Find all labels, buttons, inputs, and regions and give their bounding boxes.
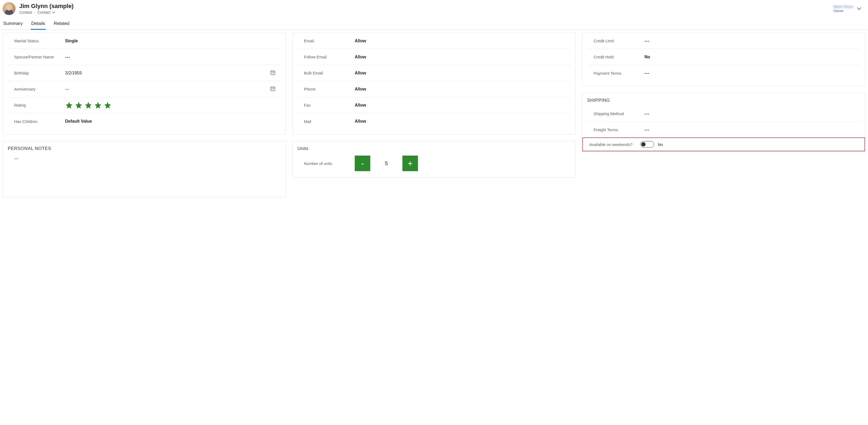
units-value[interactable]: 5 <box>370 160 402 166</box>
units-decrement-button[interactable]: - <box>355 156 370 171</box>
weekends-toggle-label: No <box>658 142 663 147</box>
shipping-card: SHIPPING Shipping Method --- Freight Ter… <box>582 93 865 152</box>
tab-summary[interactable]: Summary <box>3 18 23 29</box>
label-birthday: Birthday <box>14 71 65 75</box>
personal-notes-value[interactable]: --- <box>8 154 281 163</box>
value-email: Allow <box>355 38 565 43</box>
form-selector[interactable]: Contact <box>37 10 55 14</box>
field-has-children[interactable]: Has Children Default Value <box>8 113 281 129</box>
label-has-children: Has Children <box>14 119 65 124</box>
form-selector-label: Contact <box>37 10 50 14</box>
label-mail: Mail <box>304 119 355 124</box>
value-spouse: --- <box>65 55 276 59</box>
label-credit-hold: Credit Hold <box>594 55 645 59</box>
star-icon[interactable] <box>84 101 92 109</box>
owner-label: Owner <box>834 9 853 13</box>
personal-card: Marital Status Single Spouse/Partner Nam… <box>3 33 286 134</box>
field-credit-limit[interactable]: Credit Limit --- <box>587 33 860 49</box>
weekends-toggle[interactable] <box>640 141 654 148</box>
label-freight-terms: Freight Terms <box>594 127 645 132</box>
label-rating: Rating <box>14 103 65 108</box>
label-anniversary: Anniversary <box>14 87 65 91</box>
owner-block[interactable]: Mark Rout Owner <box>834 4 853 13</box>
field-email[interactable]: Email Allow <box>298 33 570 49</box>
tab-details[interactable]: Details <box>31 18 46 29</box>
label-available-weekends: Available on weekends? <box>589 142 640 147</box>
value-anniversary: --- <box>65 87 268 92</box>
label-credit-limit: Credit Limit <box>594 38 645 43</box>
value-freight-terms: --- <box>645 127 855 132</box>
field-rating[interactable]: Rating <box>8 97 281 113</box>
value-phone: Allow <box>355 87 565 92</box>
calendar-icon[interactable] <box>270 70 276 76</box>
tabs: Summary Details Related <box>0 17 868 30</box>
field-follow-email[interactable]: Follow Email Allow <box>298 49 570 65</box>
separator-dot: · <box>34 10 35 14</box>
header-expand-button[interactable] <box>856 6 862 11</box>
units-label: Number of units <box>304 161 355 166</box>
units-row: Number of units - 5 + <box>298 154 570 173</box>
units-title: Units <box>298 141 570 154</box>
value-payment-terms: --- <box>645 71 855 75</box>
field-anniversary[interactable]: Anniversary --- <box>8 81 281 97</box>
star-icon[interactable] <box>94 101 102 109</box>
field-fax[interactable]: Fax Allow <box>298 97 570 113</box>
value-marital-status: Single <box>65 38 276 43</box>
record-header: Jim Glynn (sample) Contact · Contact Mar… <box>0 0 868 17</box>
label-email: Email <box>304 38 355 43</box>
title-block: Jim Glynn (sample) Contact · Contact <box>19 3 74 14</box>
calendar-icon[interactable] <box>270 86 276 92</box>
field-spouse[interactable]: Spouse/Partner Name --- <box>8 49 281 65</box>
value-fax: Allow <box>355 103 565 108</box>
field-marital-status[interactable]: Marital Status Single <box>8 33 281 49</box>
personal-notes-title: PERSONAL NOTES <box>8 141 281 154</box>
column-1: Marital Status Single Spouse/Partner Nam… <box>3 33 286 197</box>
value-has-children: Default Value <box>65 119 276 124</box>
contact-avatar[interactable] <box>3 2 16 15</box>
communication-card: Email Allow Follow Email Allow Bulk Emai… <box>292 33 576 134</box>
highlighted-region: Available on weekends? No <box>582 138 865 151</box>
label-shipping-method: Shipping Method <box>594 112 645 116</box>
record-subtitle: Contact · Contact <box>19 10 74 14</box>
field-shipping-method[interactable]: Shipping Method --- <box>587 106 860 122</box>
field-payment-terms[interactable]: Payment Terms --- <box>587 65 860 81</box>
label-marital-status: Marital Status <box>14 38 65 43</box>
field-phone[interactable]: Phone Allow <box>298 81 570 97</box>
units-increment-button[interactable]: + <box>402 156 418 171</box>
label-bulk-email: Bulk Email <box>304 71 355 75</box>
field-birthday[interactable]: Birthday 3/2/1959 <box>8 65 281 81</box>
owner-name: Mark Rout <box>834 4 853 9</box>
value-follow-email: Allow <box>355 55 565 59</box>
record-title: Jim Glynn (sample) <box>19 3 74 10</box>
header-right: Mark Rout Owner <box>834 4 865 13</box>
value-bulk-email: Allow <box>355 71 565 75</box>
column-2: Email Allow Follow Email Allow Bulk Emai… <box>292 33 576 197</box>
field-available-weekends[interactable]: Available on weekends? No <box>583 138 865 151</box>
value-credit-limit: --- <box>645 38 855 43</box>
billing-card: Credit Limit --- Credit Hold No Payment … <box>582 33 865 86</box>
label-phone: Phone <box>304 87 355 91</box>
column-3: Credit Limit --- Credit Hold No Payment … <box>582 33 865 197</box>
star-icon[interactable] <box>103 101 112 109</box>
value-birthday: 3/2/1959 <box>65 71 268 75</box>
label-spouse: Spouse/Partner Name <box>14 55 65 59</box>
header-left: Jim Glynn (sample) Contact · Contact <box>3 2 74 15</box>
field-freight-terms[interactable]: Freight Terms --- <box>587 122 860 138</box>
personal-notes-card: PERSONAL NOTES --- <box>3 141 286 197</box>
value-rating <box>65 101 276 109</box>
star-icon[interactable] <box>75 101 83 109</box>
value-credit-hold: No <box>645 55 855 59</box>
star-icon[interactable] <box>65 101 73 109</box>
label-follow-email: Follow Email <box>304 55 355 59</box>
label-payment-terms: Payment Terms <box>594 71 645 75</box>
field-mail[interactable]: Mail Allow <box>298 113 570 129</box>
content-grid: Marital Status Single Spouse/Partner Nam… <box>0 30 868 200</box>
field-bulk-email[interactable]: Bulk Email Allow <box>298 65 570 81</box>
value-mail: Allow <box>355 119 565 124</box>
toggle-knob <box>641 142 646 147</box>
tab-related[interactable]: Related <box>53 18 70 29</box>
chevron-down-icon <box>857 6 862 11</box>
chevron-down-icon <box>52 11 55 14</box>
field-credit-hold[interactable]: Credit Hold No <box>587 49 860 65</box>
units-card: Units Number of units - 5 + <box>292 141 576 178</box>
